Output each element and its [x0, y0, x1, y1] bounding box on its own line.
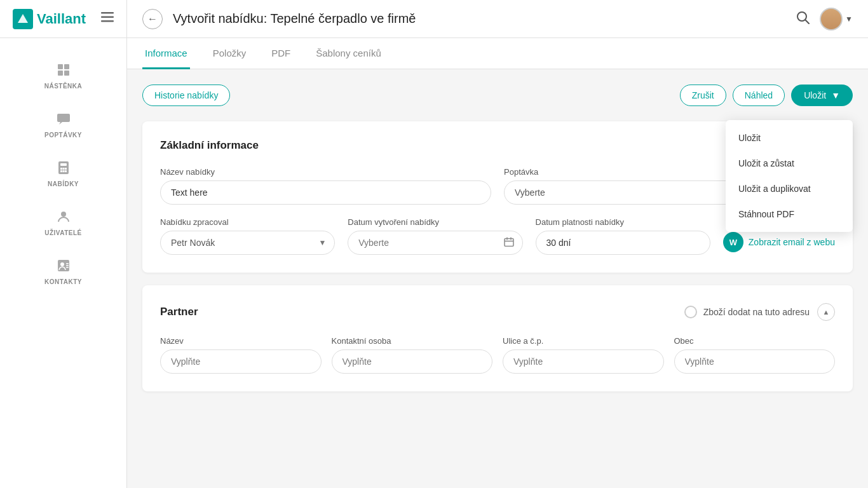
- svg-rect-26: [505, 239, 513, 247]
- datum-platnosti-input[interactable]: [536, 231, 710, 255]
- user-icon: [55, 208, 72, 226]
- back-button[interactable]: ←: [142, 9, 163, 29]
- calculator-icon: [55, 159, 72, 177]
- sidebar: Vaillant NÁSTĚNKA: [0, 0, 127, 488]
- save-actions: Zrušit Náhled Uložit ▼: [680, 85, 853, 106]
- svg-rect-6: [58, 71, 63, 76]
- sidebar-uzivatele-label: UŽIVATELÉ: [44, 229, 82, 236]
- vaillant-logo: Vaillant: [13, 9, 86, 29]
- dropdown-item-ulozit-zustat[interactable]: Uložit a zůstat: [726, 151, 853, 176]
- preview-button[interactable]: Náhled: [733, 85, 785, 106]
- svg-rect-12: [60, 168, 62, 170]
- sidebar-item-uzivatele[interactable]: UŽIVATELÉ: [0, 198, 126, 247]
- partner-ulice-group: Ulice a č.p.: [503, 336, 664, 374]
- partner-kontakt-group: Kontaktní osoba: [332, 336, 493, 374]
- svg-rect-15: [60, 170, 62, 172]
- datum-vytvoreni-input[interactable]: [348, 231, 522, 255]
- tabs-bar: Informace Položky PDF Šablony ceníků: [127, 38, 868, 69]
- partner-collapse-button[interactable]: ▲: [817, 303, 835, 321]
- web-email-button[interactable]: W Zobrazit email z webu: [723, 232, 835, 255]
- content-area: Historie nabídky Zrušit Náhled Uložit ▼ …: [127, 69, 868, 488]
- svg-rect-8: [57, 114, 70, 122]
- sidebar-item-nastenska[interactable]: NÁSTĚNKA: [0, 51, 126, 100]
- tab-sablony[interactable]: Šablony ceníků: [313, 39, 384, 69]
- partner-nazev-group: Název: [160, 336, 322, 374]
- chat-icon: [55, 110, 72, 128]
- partner-nazev-label: Název: [160, 336, 322, 346]
- datum-vytvoreni-group: Datum vytvoření nabídky: [348, 217, 522, 255]
- partner-obec-input[interactable]: [674, 349, 836, 374]
- partner-card: Partner Zboží dodat na tuto adresu ▲ Náz…: [142, 285, 853, 391]
- user-avatar-wrapper[interactable]: ▼: [820, 8, 853, 30]
- zpracoval-label: Nabídku zpracoval: [160, 217, 335, 227]
- svg-rect-14: [65, 168, 67, 170]
- svg-rect-3: [101, 20, 114, 22]
- cancel-button[interactable]: Zrušit: [680, 85, 726, 106]
- svg-rect-22: [66, 265, 69, 266]
- sidebar-logo-area: Vaillant: [0, 0, 126, 38]
- nazev-nabidky-label: Název nabídky: [160, 167, 491, 177]
- partner-obec-label: Obec: [674, 336, 836, 346]
- sidebar-item-kontakty[interactable]: KONTAKTY: [0, 247, 126, 295]
- tab-pdf[interactable]: PDF: [269, 39, 293, 69]
- sidebar-kontakty-label: KONTAKTY: [44, 278, 82, 285]
- svg-rect-23: [66, 267, 69, 268]
- partner-fields: Název Kontaktní osoba Ulice a č.p. Obec: [160, 336, 835, 374]
- svg-marker-9: [59, 122, 62, 125]
- save-button[interactable]: Uložit ▼: [791, 85, 853, 106]
- nazev-nabidky-input[interactable]: [160, 180, 491, 205]
- tab-polozky[interactable]: Položky: [210, 39, 249, 69]
- svg-rect-7: [64, 71, 69, 76]
- avatar: [820, 8, 843, 30]
- partner-ulice-input[interactable]: [503, 349, 664, 374]
- svg-rect-11: [60, 163, 67, 166]
- partner-ulice-label: Ulice a č.p.: [503, 336, 664, 346]
- save-dropdown-menu: Uložit Uložit a zůstat Uložit a duplikov…: [726, 120, 853, 232]
- search-button[interactable]: [796, 10, 810, 27]
- toggle-circle-icon: [684, 306, 697, 318]
- partner-kontakt-label: Kontaktní osoba: [332, 336, 493, 346]
- zpracoval-group: Nabídku zpracoval Petr Novák ▼: [160, 217, 335, 255]
- svg-line-25: [806, 20, 810, 24]
- zbozi-toggle-label: Zboží dodat na tuto adresu: [703, 307, 810, 317]
- calendar-icon: [504, 237, 514, 249]
- save-chevron-icon: ▼: [831, 90, 840, 100]
- topbar: ← Vytvořit nabídku: Tepelné čerpadlo ve …: [127, 0, 868, 38]
- datum-platnosti-group: Datum platnosti nabídky: [536, 217, 710, 255]
- svg-rect-1: [101, 12, 114, 14]
- contacts-icon: [55, 257, 72, 274]
- datum-vytvoreni-wrapper: [348, 231, 522, 255]
- zpracoval-select[interactable]: Petr Novák: [160, 231, 335, 255]
- svg-rect-4: [58, 64, 63, 69]
- tab-informace[interactable]: Informace: [142, 39, 190, 69]
- avatar-chevron-icon: ▼: [845, 15, 853, 24]
- dropdown-item-ulozit[interactable]: Uložit: [726, 125, 853, 151]
- partner-title: Partner: [160, 306, 198, 318]
- menu-toggle-button[interactable]: [101, 12, 114, 25]
- action-bar: Historie nabídky Zrušit Náhled Uložit ▼: [142, 85, 853, 106]
- sidebar-nastenska-label: NÁSTĚNKA: [44, 83, 83, 90]
- datum-vytvoreni-label: Datum vytvoření nabídky: [348, 217, 522, 227]
- zbozi-toggle[interactable]: Zboží dodat na tuto adresu: [684, 306, 810, 318]
- svg-rect-2: [101, 17, 114, 18]
- svg-rect-21: [66, 263, 69, 264]
- svg-point-18: [61, 212, 66, 217]
- nazev-nabidky-group: Název nabídky: [160, 167, 491, 205]
- dashboard-icon: [55, 61, 72, 79]
- svg-rect-17: [65, 170, 67, 172]
- sidebar-item-nabidky[interactable]: NABÍDKY: [0, 149, 126, 198]
- datum-platnosti-label: Datum platnosti nabídky: [536, 217, 710, 227]
- svg-rect-5: [64, 64, 69, 69]
- web-badge: W: [723, 232, 743, 252]
- partner-nazev-input[interactable]: [160, 349, 322, 374]
- main-area: ← Vytvořit nabídku: Tepelné čerpadlo ve …: [127, 0, 868, 488]
- sidebar-poptavky-label: POPTÁVKY: [44, 132, 82, 139]
- history-button[interactable]: Historie nabídky: [142, 85, 230, 106]
- sidebar-item-poptavky[interactable]: POPTÁVKY: [0, 100, 126, 149]
- svg-rect-16: [62, 170, 64, 172]
- web-email-label: Zobrazit email z webu: [749, 237, 835, 247]
- sidebar-nav: NÁSTĚNKA POPTÁVKY: [0, 38, 126, 295]
- partner-kontakt-input[interactable]: [332, 349, 493, 374]
- dropdown-item-stahnout-pdf[interactable]: Stáhnout PDF: [726, 201, 853, 227]
- dropdown-item-ulozit-duplikovat[interactable]: Uložit a duplikovat: [726, 176, 853, 201]
